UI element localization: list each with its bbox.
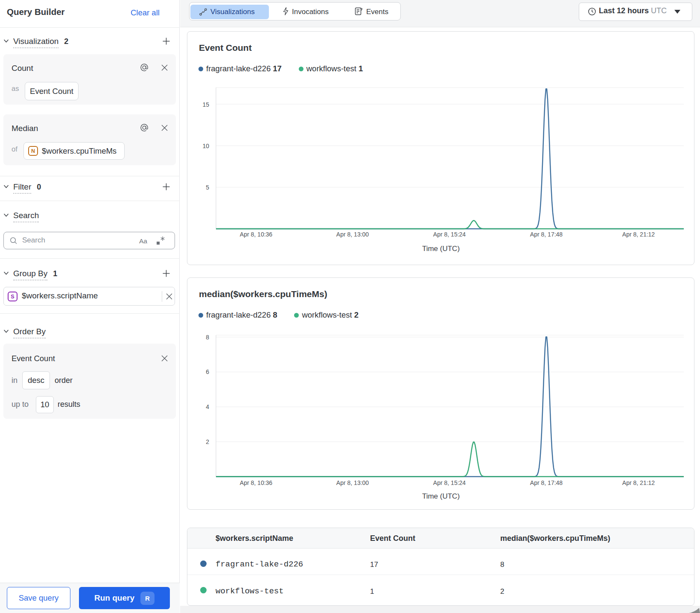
svg-text:Apr 8, 21:12: Apr 8, 21:12 xyxy=(622,231,655,238)
svg-text:4: 4 xyxy=(206,403,209,410)
svg-text:Apr 8, 10:36: Apr 8, 10:36 xyxy=(240,479,272,486)
svg-text:5: 5 xyxy=(206,184,209,191)
svg-text:Apr 8, 13:00: Apr 8, 13:00 xyxy=(336,479,369,486)
svg-text:Apr 8, 15:24: Apr 8, 15:24 xyxy=(433,479,466,486)
svg-text:10: 10 xyxy=(202,143,209,149)
svg-text:Apr 8, 17:48: Apr 8, 17:48 xyxy=(530,231,563,238)
svg-text:Apr 8, 13:00: Apr 8, 13:00 xyxy=(336,231,369,238)
svg-text:15: 15 xyxy=(202,101,209,108)
svg-text:Apr 8, 21:12: Apr 8, 21:12 xyxy=(622,479,655,486)
svg-text:2: 2 xyxy=(206,438,209,445)
svg-text:Apr 8, 10:36: Apr 8, 10:36 xyxy=(240,231,272,238)
svg-text:Time (UTC): Time (UTC) xyxy=(422,245,460,253)
svg-text:Apr 8, 15:24: Apr 8, 15:24 xyxy=(433,231,466,238)
svg-text:8: 8 xyxy=(206,334,209,341)
svg-text:6: 6 xyxy=(206,368,209,375)
svg-text:Time (UTC): Time (UTC) xyxy=(422,492,460,500)
svg-text:Apr 8, 17:48: Apr 8, 17:48 xyxy=(530,479,563,486)
